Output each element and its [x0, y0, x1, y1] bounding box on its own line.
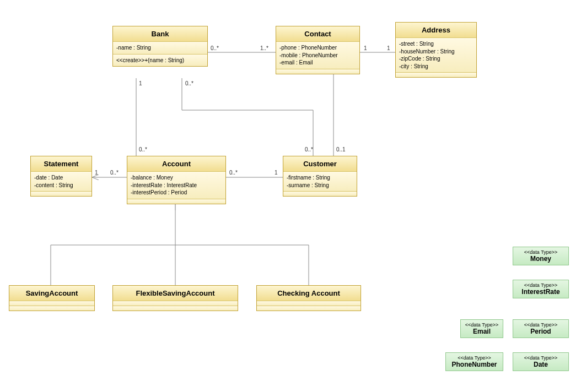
datatype-name: Email [464, 328, 499, 335]
class-title: SavingAccount [9, 286, 94, 301]
class-checkingaccount: Checking Account [256, 285, 361, 311]
attr: -date : Date [34, 174, 88, 182]
class-attributes: -date : Date -content : String [31, 172, 92, 192]
class-attributes: -firstname : String -surname : String [283, 172, 357, 192]
class-operations [396, 73, 476, 77]
multiplicity: 1 [387, 45, 390, 51]
attr: -interestPeriod : Period [131, 189, 222, 197]
class-bank: Bank -name : String <<create>>+(name : S… [112, 26, 208, 67]
multiplicity: 0..* [139, 146, 147, 153]
class-attributes: -name : String [113, 42, 207, 55]
attr: -houseNumber : String [399, 48, 473, 56]
attr: -mobile : PhoneNumber [279, 52, 356, 59]
class-savingaccount: SavingAccount [9, 285, 95, 311]
datatype-name: InterestRate [517, 288, 565, 296]
multiplicity: 1 [95, 170, 98, 176]
attr: -balance : Money [131, 174, 222, 182]
datatype-name: Date [517, 361, 565, 368]
multiplicity: 1 [275, 170, 278, 176]
attr: -content : String [34, 182, 88, 189]
class-attributes: -street : String -houseNumber : String -… [396, 38, 476, 73]
multiplicity: 0..* [110, 170, 119, 176]
multiplicity: 0..* [229, 170, 238, 176]
class-operations [127, 199, 225, 204]
class-title: Bank [113, 26, 207, 42]
class-title: FlexibleSavingAccount [113, 286, 238, 301]
class-operations [257, 306, 361, 311]
class-attributes [9, 301, 94, 306]
class-operations [9, 306, 94, 311]
datatype-name: Period [517, 328, 565, 335]
multiplicity: 1 [364, 45, 367, 51]
class-attributes: -phone : PhoneNumber -mobile : PhoneNumb… [276, 42, 359, 69]
class-account: Account -balance : Money -interestRate :… [127, 156, 226, 204]
attr: -zipCode : String [399, 55, 473, 63]
class-title: Statement [31, 156, 92, 172]
class-operations [113, 306, 238, 311]
datatype-period: <<data Type>> Period [513, 319, 569, 338]
attr: -name : String [116, 44, 204, 52]
datatype-interestrate: <<data Type>> InterestRate [513, 280, 569, 298]
class-title: Contact [276, 26, 359, 42]
class-title: Customer [283, 156, 357, 172]
class-flexiblesavingaccount: FlexibleSavingAccount [112, 285, 238, 311]
datatype-phonenumber: <<data Type>> PhoneNumber [445, 352, 503, 371]
class-operations [283, 192, 357, 196]
multiplicity: 0..* [211, 45, 219, 51]
datatype-name: PhoneNumber [449, 361, 499, 368]
datatype-email: <<data Type>> Email [460, 319, 503, 338]
multiplicity: 0..1 [336, 146, 346, 153]
class-attributes [257, 301, 361, 306]
datatype-money: <<data Type>> Money [513, 247, 569, 265]
class-address: Address -street : String -houseNumber : … [395, 22, 477, 78]
stereotype: <<data Type>> [517, 249, 565, 255]
class-operations: <<create>>+(name : String) [113, 55, 207, 67]
multiplicity: 1..* [260, 45, 268, 51]
stereotype: <<data Type>> [464, 322, 499, 328]
attr: -city : String [399, 63, 473, 70]
datatype-date: <<data Type>> Date [513, 352, 569, 371]
diagram-canvas: Bank -name : String <<create>>+(name : S… [0, 0, 581, 392]
class-attributes [113, 301, 238, 306]
stereotype: <<data Type>> [517, 355, 565, 361]
datatype-name: Money [517, 255, 565, 263]
stereotype: <<data Type>> [517, 322, 565, 328]
op: <<create>>+(name : String) [116, 57, 204, 64]
multiplicity: 0..* [185, 80, 193, 86]
stereotype: <<data Type>> [517, 282, 565, 288]
attr: -email : Email [279, 59, 356, 67]
multiplicity: 1 [139, 80, 142, 86]
class-title: Address [396, 23, 476, 38]
class-customer: Customer -firstname : String -surname : … [283, 156, 357, 197]
multiplicity: 0..* [305, 146, 313, 153]
attr: -phone : PhoneNumber [279, 44, 356, 52]
attr: -surname : String [287, 182, 353, 189]
stereotype: <<data Type>> [449, 355, 499, 361]
class-operations [31, 192, 92, 196]
class-statement: Statement -date : Date -content : String [30, 156, 92, 197]
class-operations [276, 69, 359, 74]
class-title: Checking Account [257, 286, 361, 301]
class-contact: Contact -phone : PhoneNumber -mobile : P… [276, 26, 360, 74]
attr: -firstname : String [287, 174, 353, 182]
class-attributes: -balance : Money -interestRate : Interes… [127, 172, 225, 199]
attr: -street : String [399, 40, 473, 48]
attr: -interestRate : InterestRate [131, 182, 222, 189]
class-title: Account [127, 156, 225, 172]
